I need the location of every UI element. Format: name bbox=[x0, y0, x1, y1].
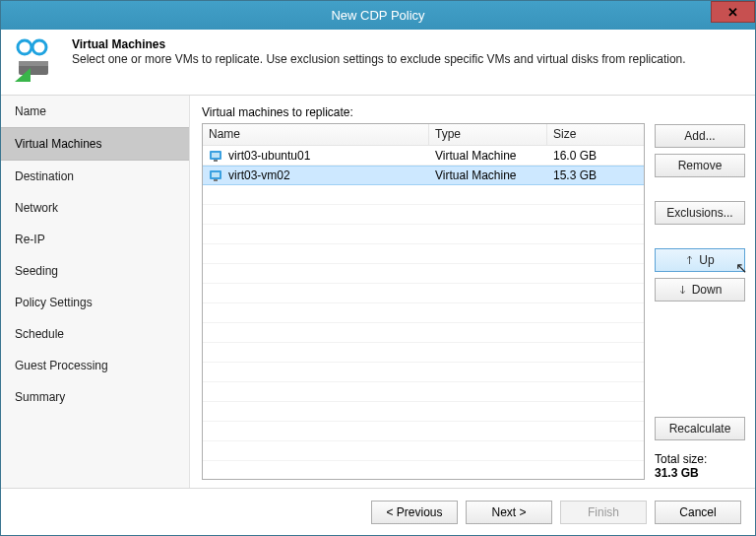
column-header-size[interactable]: Size bbox=[547, 124, 644, 145]
total-size-label: Total size: bbox=[655, 452, 745, 466]
down-label: Down bbox=[692, 283, 723, 297]
empty-row bbox=[203, 205, 644, 225]
empty-row bbox=[203, 422, 644, 441]
add-button[interactable]: Add... bbox=[655, 124, 745, 148]
up-label: Up bbox=[699, 253, 714, 267]
title-bar: New CDP Policy ✕ bbox=[1, 1, 755, 30]
page-subheading: Select one or more VMs to replicate. Use… bbox=[72, 52, 686, 66]
vm-name: virt03-ubuntu01 bbox=[228, 149, 310, 163]
wizard-step-icon bbox=[13, 37, 60, 85]
svg-rect-3 bbox=[19, 61, 48, 66]
wizard-header: Virtual Machines Select one or more VMs … bbox=[1, 30, 755, 96]
wizard-body: Name Virtual Machines Destination Networ… bbox=[1, 96, 755, 488]
sidebar-item-seeding[interactable]: Seeding bbox=[1, 255, 189, 287]
up-button[interactable]: 🡑 Up ↖ bbox=[655, 248, 745, 272]
svg-rect-9 bbox=[212, 172, 220, 177]
sidebar-item-guest-processing[interactable]: Guest Processing bbox=[1, 350, 189, 381]
column-header-name[interactable]: Name bbox=[203, 124, 429, 145]
exclusions-button[interactable]: Exclusions... bbox=[655, 201, 745, 225]
right-button-column: Add... Remove Exclusions... 🡑 Up ↖ 🡓 Dow… bbox=[655, 105, 745, 480]
vm-table-area: Virtual machines to replicate: Name Type… bbox=[202, 105, 645, 480]
window-close-button[interactable]: ✕ bbox=[711, 1, 755, 23]
spacer bbox=[655, 307, 745, 411]
wizard-main: Virtual machines to replicate: Name Type… bbox=[190, 96, 755, 488]
vm-icon bbox=[209, 148, 224, 164]
sidebar-item-virtual-machines[interactable]: Virtual Machines bbox=[1, 127, 189, 161]
sidebar-item-policy-settings[interactable]: Policy Settings bbox=[1, 287, 189, 318]
remove-button[interactable]: Remove bbox=[655, 154, 745, 177]
sidebar-item-summary[interactable]: Summary bbox=[1, 381, 189, 413]
empty-row bbox=[203, 343, 644, 363]
svg-point-1 bbox=[32, 40, 46, 54]
empty-row bbox=[203, 264, 644, 284]
svg-rect-7 bbox=[214, 160, 218, 162]
table-row[interactable]: virt03-ubuntu01 Virtual Machine 16.0 GB bbox=[203, 146, 644, 166]
sidebar-item-schedule[interactable]: Schedule bbox=[1, 318, 189, 350]
empty-row bbox=[203, 244, 644, 264]
vm-size: 16.0 GB bbox=[547, 147, 644, 165]
empty-row bbox=[203, 225, 644, 244]
svg-point-0 bbox=[18, 40, 32, 54]
wizard-steps-sidebar: Name Virtual Machines Destination Networ… bbox=[1, 96, 190, 488]
vm-type: Virtual Machine bbox=[429, 167, 547, 184]
cancel-button[interactable]: Cancel bbox=[655, 501, 741, 524]
down-button[interactable]: 🡓 Down bbox=[655, 278, 745, 302]
recalculate-button[interactable]: Recalculate bbox=[655, 417, 745, 440]
table-row[interactable]: virt03-vm02 Virtual Machine 15.3 GB bbox=[203, 166, 644, 185]
vm-table-header: Name Type Size bbox=[203, 124, 644, 146]
vm-icon bbox=[209, 168, 224, 183]
sidebar-item-network[interactable]: Network bbox=[1, 192, 189, 224]
column-header-type[interactable]: Type bbox=[429, 124, 547, 145]
vm-table-label: Virtual machines to replicate: bbox=[202, 105, 645, 119]
empty-row bbox=[203, 185, 644, 205]
wizard-header-text: Virtual Machines Select one or more VMs … bbox=[72, 37, 686, 85]
vm-table[interactable]: Name Type Size virt03-ubuntu01 Virtual M… bbox=[202, 123, 645, 480]
svg-rect-6 bbox=[212, 153, 220, 158]
window-title: New CDP Policy bbox=[1, 8, 755, 23]
sidebar-item-destination[interactable]: Destination bbox=[1, 161, 189, 192]
total-size-value: 31.3 GB bbox=[655, 466, 745, 480]
sidebar-item-re-ip[interactable]: Re-IP bbox=[1, 224, 189, 255]
arrow-down-icon: 🡓 bbox=[678, 285, 688, 296]
cursor-icon: ↖ bbox=[735, 259, 748, 277]
page-heading: Virtual Machines bbox=[72, 37, 686, 51]
wizard-footer: < Previous Next > Finish Cancel bbox=[1, 488, 755, 535]
empty-row bbox=[203, 402, 644, 422]
vm-size: 15.3 GB bbox=[547, 167, 644, 184]
close-icon: ✕ bbox=[727, 5, 738, 20]
wizard-window: New CDP Policy ✕ Virtual Machines Select… bbox=[0, 0, 756, 536]
sidebar-item-name[interactable]: Name bbox=[1, 96, 189, 127]
finish-button: Finish bbox=[560, 501, 647, 524]
spacer bbox=[655, 231, 745, 242]
vm-type: Virtual Machine bbox=[429, 147, 547, 165]
empty-row bbox=[203, 284, 644, 303]
spacer bbox=[655, 183, 745, 195]
previous-button[interactable]: < Previous bbox=[371, 501, 458, 524]
vm-name: virt03-vm02 bbox=[228, 168, 290, 182]
empty-row bbox=[203, 382, 644, 402]
empty-row bbox=[203, 303, 644, 323]
empty-row bbox=[203, 323, 644, 343]
svg-rect-10 bbox=[214, 179, 218, 181]
next-button[interactable]: Next > bbox=[466, 501, 552, 524]
arrow-up-icon: 🡑 bbox=[685, 255, 695, 266]
empty-row bbox=[203, 441, 644, 461]
total-size: Total size: 31.3 GB bbox=[655, 452, 745, 480]
empty-row bbox=[203, 363, 644, 382]
vm-table-body: virt03-ubuntu01 Virtual Machine 16.0 GB … bbox=[203, 146, 644, 479]
